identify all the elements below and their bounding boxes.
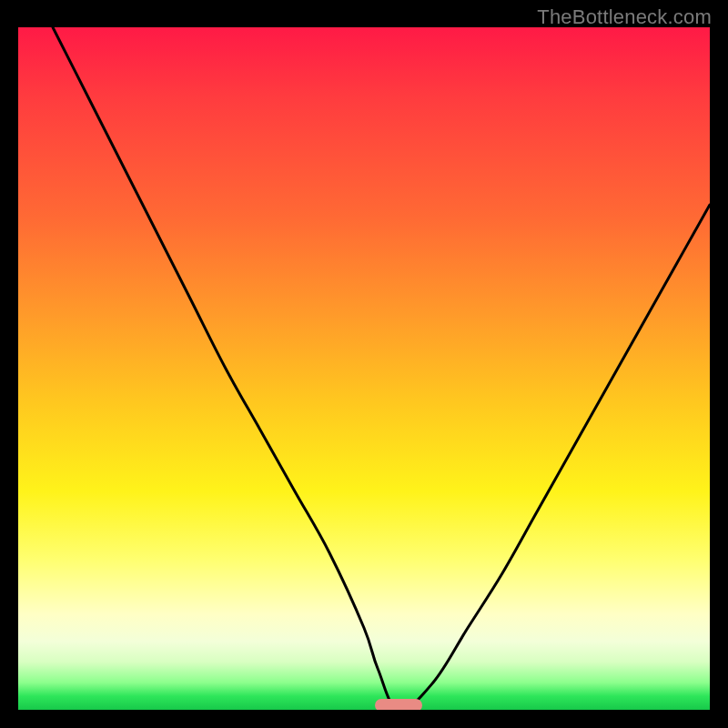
plot-area [18, 27, 710, 710]
chart-frame: TheBottleneck.com [0, 0, 728, 728]
minimum-marker [375, 699, 422, 710]
watermark-text: TheBottleneck.com [537, 5, 712, 29]
bottleneck-curve [18, 27, 710, 710]
